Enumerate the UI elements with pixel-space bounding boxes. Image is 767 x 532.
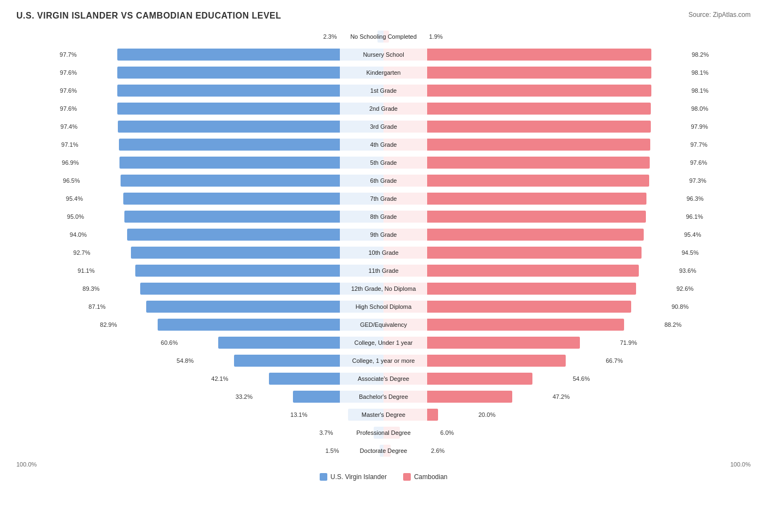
source-label: Source: ZipAtlas.com xyxy=(688,11,751,19)
bar-right-value: 71.9% xyxy=(620,339,637,346)
bar-left-value: 97.6% xyxy=(60,105,77,112)
bar-label: 11th Grade xyxy=(340,265,427,277)
bar-left-value: 33.2% xyxy=(236,393,253,400)
bar-right-value: 97.3% xyxy=(690,177,706,184)
bar-row: Doctorate Degree1.5%2.6% xyxy=(16,443,751,459)
bar-row: Kindergarten97.6%98.1% xyxy=(16,64,751,81)
axis-right: 100.0% xyxy=(730,461,751,468)
bar-right-value: 98.0% xyxy=(691,105,708,112)
bar-label: 12th Grade, No Diploma xyxy=(340,283,427,295)
bar-row: High School Diploma87.1%90.8% xyxy=(16,298,751,315)
bar-right-value: 47.2% xyxy=(553,393,570,400)
legend: U.S. Virgin Islander Cambodian xyxy=(16,473,751,481)
bar-right-value: 96.3% xyxy=(687,195,704,202)
bar-row: 9th Grade94.0%95.4% xyxy=(16,226,751,243)
bar-row: 3rd Grade97.4%97.9% xyxy=(16,118,751,135)
bar-label: 8th Grade xyxy=(340,211,427,223)
bar-label: 7th Grade xyxy=(340,193,427,205)
bar-left-value: 1.5% xyxy=(325,447,339,454)
bar-row: 5th Grade96.9%97.6% xyxy=(16,154,751,171)
bar-label: Bachelor's Degree xyxy=(340,391,427,403)
bar-left-value: 60.6% xyxy=(161,339,178,346)
bar-right-value: 2.6% xyxy=(431,447,445,454)
bar-label: 1st Grade xyxy=(340,85,427,97)
bar-left-value: 87.1% xyxy=(88,303,105,310)
bar-label: 6th Grade xyxy=(340,175,427,187)
bar-right-value: 97.9% xyxy=(691,123,708,130)
bar-left-value: 97.6% xyxy=(60,87,77,94)
legend-label-right: Cambodian xyxy=(414,473,447,481)
bar-row: College, 1 year or more54.8%66.7% xyxy=(16,352,751,369)
bar-row: Nursery School97.7%98.2% xyxy=(16,46,751,63)
bar-right-value: 97.6% xyxy=(690,159,707,166)
bar-left-value: 13.1% xyxy=(290,411,307,418)
bar-label: Associate's Degree xyxy=(340,373,427,385)
bar-label: GED/Equivalency xyxy=(340,319,427,331)
legend-label-left: U.S. Virgin Islander xyxy=(331,473,387,481)
bar-right-value: 66.7% xyxy=(606,357,623,364)
bar-label: College, 1 year or more xyxy=(340,355,427,367)
legend-item-right: Cambodian xyxy=(403,473,447,481)
bar-row: 12th Grade, No Diploma89.3%92.6% xyxy=(16,280,751,297)
bar-right-value: 92.6% xyxy=(676,285,693,292)
bar-left-value: 96.9% xyxy=(62,159,79,166)
legend-swatch-left xyxy=(320,473,327,481)
bar-row: 2nd Grade97.6%98.0% xyxy=(16,100,751,117)
bar-label: Doctorate Degree xyxy=(340,445,427,457)
page-container: U.S. VIRGIN ISLANDER VS CAMBODIAN EDUCAT… xyxy=(16,11,751,481)
bar-label: 4th Grade xyxy=(340,139,427,151)
bar-label: Nursery School xyxy=(340,49,427,61)
bar-label: High School Diploma xyxy=(340,301,427,313)
bar-row: 8th Grade95.0%96.1% xyxy=(16,208,751,225)
bar-right-value: 6.0% xyxy=(440,429,454,436)
legend-item-left: U.S. Virgin Islander xyxy=(320,473,387,481)
bar-right-value: 98.1% xyxy=(692,69,709,76)
bar-label: 10th Grade xyxy=(340,247,427,259)
bar-right-value: 20.0% xyxy=(478,411,495,418)
bar-label: Professional Degree xyxy=(340,427,427,439)
bar-right-value: 95.4% xyxy=(684,231,701,238)
bar-row: 7th Grade95.4%96.3% xyxy=(16,190,751,207)
bar-left-value: 97.4% xyxy=(61,123,77,130)
bar-row: 11th Grade91.1%93.6% xyxy=(16,262,751,279)
bar-right-value: 90.8% xyxy=(672,303,688,310)
bar-right-value: 88.2% xyxy=(664,321,681,328)
bar-right-value: 98.1% xyxy=(692,87,709,94)
bar-label: No Schooling Completed xyxy=(340,31,427,43)
bar-right-value: 93.6% xyxy=(679,267,696,274)
bar-row: 6th Grade96.5%97.3% xyxy=(16,172,751,189)
bar-left-value: 42.1% xyxy=(211,375,228,382)
bar-left-value: 97.7% xyxy=(59,51,76,58)
bar-right-value: 1.9% xyxy=(429,33,443,40)
bar-row: Bachelor's Degree33.2%47.2% xyxy=(16,388,751,405)
bar-left-value: 94.0% xyxy=(70,231,87,238)
bar-left-value: 89.3% xyxy=(82,285,99,292)
bar-row: College, Under 1 year60.6%71.9% xyxy=(16,334,751,351)
chart-title: U.S. VIRGIN ISLANDER VS CAMBODIAN EDUCAT… xyxy=(16,11,281,21)
bar-row: No Schooling Completed2.3%1.9% xyxy=(16,28,751,45)
rows-container: No Schooling Completed2.3%1.9%Nursery Sc… xyxy=(16,28,751,459)
bar-row: Associate's Degree42.1%54.6% xyxy=(16,370,751,387)
bar-row: 10th Grade92.7%94.5% xyxy=(16,244,751,261)
bar-row: Master's Degree13.1%20.0% xyxy=(16,407,751,423)
bar-left-value: 54.8% xyxy=(177,357,194,364)
bar-left-value: 97.6% xyxy=(60,69,77,76)
bar-left-value: 92.7% xyxy=(73,249,90,256)
bar-right-value: 98.2% xyxy=(692,51,709,58)
axis-labels: 100.0% 100.0% xyxy=(16,461,751,468)
bar-label: Master's Degree xyxy=(340,409,427,421)
bar-label: 2nd Grade xyxy=(340,103,427,115)
bar-label: 9th Grade xyxy=(340,229,427,241)
bar-row: 4th Grade97.1%97.7% xyxy=(16,136,751,153)
bar-left-value: 95.4% xyxy=(66,195,83,202)
bar-left-value: 97.1% xyxy=(61,141,78,148)
bar-left-value: 82.9% xyxy=(100,321,117,328)
bar-label: 3rd Grade xyxy=(340,121,427,133)
axis-left: 100.0% xyxy=(16,461,37,468)
bar-left-value: 91.1% xyxy=(77,267,94,274)
chart-wrapper: No Schooling Completed2.3%1.9%Nursery Sc… xyxy=(16,28,751,468)
bar-label: College, Under 1 year xyxy=(340,337,427,349)
bar-left-value: 2.3% xyxy=(323,33,337,40)
bar-label: Kindergarten xyxy=(340,67,427,79)
bar-left-value: 3.7% xyxy=(319,429,333,436)
